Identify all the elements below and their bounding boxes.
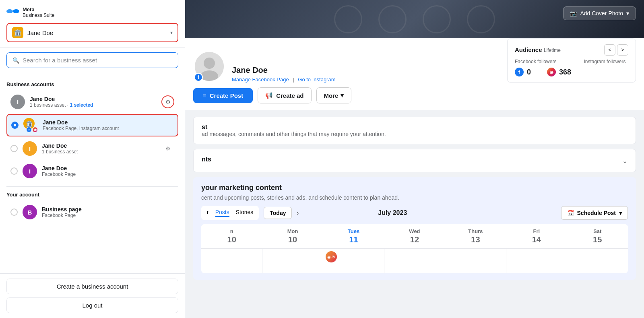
profile-name: Jane Doe: [232, 66, 501, 75]
cal-header-mon: Mon 10: [262, 224, 323, 248]
account-info: Jane Doe Facebook Page, Instagram accoun…: [43, 119, 173, 131]
add-cover-photo-label: Add Cover Photo: [580, 10, 623, 17]
megaphone-icon: 📢: [265, 92, 273, 99]
create-business-account-button[interactable]: Create a business account: [6, 279, 178, 294]
meta-logo-icon: [6, 7, 19, 18]
audience-prev-button[interactable]: <: [604, 44, 615, 56]
inbox-title: st: [202, 124, 207, 130]
account-selector[interactable]: 🏛️ Jane Doe ▾: [6, 23, 178, 42]
social-icons: f ◉: [26, 127, 38, 132]
facebook-badge: f: [194, 73, 203, 82]
manage-facebook-page-link[interactable]: Manage Facebook Page: [232, 76, 289, 83]
cal-header-n: n 10: [201, 224, 262, 248]
cal-cell-sat: [567, 249, 628, 273]
facebook-stat-icon: f: [515, 68, 524, 76]
create-post-button[interactable]: ≡ Create Post: [193, 88, 253, 103]
audience-subtitle: Lifetime: [544, 47, 561, 53]
account-info: Jane Doe Facebook Page: [42, 165, 174, 177]
today-button[interactable]: Today: [264, 207, 292, 219]
ig-followers-label: Instagram followers: [584, 59, 625, 64]
tab-r[interactable]: r: [207, 209, 209, 217]
account-name: Business page: [42, 206, 174, 213]
account-name: Jane Doe: [30, 96, 157, 102]
audience-next-button[interactable]: >: [617, 44, 628, 56]
multi-avatar: 🏛️ f ◉: [23, 118, 38, 132]
radio-empty: [10, 209, 18, 216]
logout-button[interactable]: Log out: [6, 297, 178, 313]
account-sub: 1 business asset: [42, 149, 157, 155]
create-ad-label: Create ad: [276, 92, 303, 99]
action-bar: ≡ Create Post 📢 Create ad More ▾: [193, 87, 636, 103]
tab-posts[interactable]: Posts: [215, 209, 229, 217]
business-accounts-label: Business accounts: [6, 81, 178, 87]
avatar: I: [23, 164, 37, 178]
account-sub: Facebook Page: [42, 213, 174, 218]
date-num: 14: [510, 235, 563, 244]
calendar-month-title: July 2023: [378, 209, 407, 217]
tab-stories[interactable]: Stories: [236, 209, 254, 217]
search-box[interactable]: 🔍 Search for a business asset: [6, 52, 178, 68]
audience-card: Audience Lifetime < > Facebook followers…: [507, 38, 636, 83]
marketing-section: your marketing content cent and upcoming…: [193, 177, 636, 280]
account-info: Business page Facebook Page: [42, 206, 174, 218]
day-label: n: [230, 228, 233, 234]
schedule-post-button[interactable]: 📅 Schedule Post ▾: [561, 206, 628, 220]
link-separator: |: [293, 76, 294, 83]
audience-title-wrap: Audience Lifetime: [515, 46, 561, 54]
expand-icon[interactable]: ⌄: [622, 157, 627, 165]
profile-links: Manage Facebook Page | Go to Instagram: [232, 76, 501, 83]
cal-cell-n: [201, 249, 262, 273]
calendar-tabs: r Posts Stories: [201, 206, 259, 220]
cal-header-thurs: Thurs 13: [445, 224, 506, 248]
search-placeholder: Search for a business asset: [23, 57, 97, 64]
account-selector-name: Jane Doe: [27, 29, 166, 36]
cal-header-sat: Sat 15: [567, 224, 628, 248]
selected-badge: 1 selected: [70, 102, 93, 108]
more-label: More: [324, 92, 339, 99]
divider: [6, 186, 178, 187]
day-label: Tues: [348, 228, 359, 234]
gear-button-plain[interactable]: ⚙: [161, 142, 174, 155]
profile-avatar-wrap: f: [193, 50, 225, 83]
gear-button[interactable]: ⚙: [161, 95, 174, 108]
list-item[interactable]: 🏛️ f ◉ Jane Doe Facebook Page, Instagram…: [6, 114, 178, 136]
inbox-header-row: st: [202, 124, 627, 131]
account-name: Jane Doe: [42, 142, 157, 149]
list-item[interactable]: I Jane Doe 1 business asset · 1 selected…: [6, 91, 178, 112]
list-item[interactable]: I Jane Doe Facebook Page: [6, 161, 178, 182]
add-cover-photo-button[interactable]: 📷 Add Cover Photo ▾: [563, 6, 636, 20]
camera-icon: 📷: [570, 10, 577, 17]
cal-cell-tues: ◉·↻: [323, 249, 384, 273]
date-num: 10: [266, 235, 319, 244]
account-info: Jane Doe 1 business asset · 1 selected: [30, 96, 157, 108]
cal-cell-mon: [262, 249, 324, 273]
list-item[interactable]: I Jane Doe 1 business asset ⚙: [6, 138, 178, 159]
avatar: I: [23, 141, 37, 156]
marketing-desc: cent and upcoming posts, stories and ads…: [201, 194, 628, 201]
cal-cell-thurs: [445, 249, 506, 273]
go-to-instagram-link[interactable]: Go to Instagram: [298, 76, 335, 83]
facebook-icon: f: [26, 127, 32, 132]
schedule-chevron: ▾: [619, 210, 622, 216]
facebook-stat: f 0: [515, 68, 531, 76]
list-item[interactable]: B Business page Facebook Page: [6, 202, 178, 223]
audience-title: Audience: [515, 46, 542, 53]
cal-event-ig[interactable]: ◉·↻: [326, 251, 337, 262]
marketing-title: your marketing content: [201, 184, 628, 192]
account-sub: 1 business asset · 1 selected: [30, 102, 157, 108]
cal-cell-wed: [384, 249, 446, 273]
nts-header-row: nts ⌄: [202, 156, 627, 165]
calendar-next-arrow[interactable]: ›: [297, 210, 299, 216]
meta-logo: Meta Business Suite: [6, 6, 178, 18]
svg-point-1: [13, 9, 19, 13]
day-label: Mon: [287, 228, 298, 234]
instagram-stat-icon: ◉: [547, 68, 556, 76]
calendar-cells-row: ◉·↻: [201, 249, 628, 273]
fb-followers-label: Facebook followers: [515, 59, 556, 64]
create-ad-button[interactable]: 📢 Create ad: [258, 87, 311, 103]
svg-point-0: [6, 9, 13, 13]
more-button[interactable]: More ▾: [316, 87, 352, 103]
page-body: st ad messages, comments and other thing…: [185, 110, 644, 318]
account-name: Jane Doe: [42, 165, 174, 171]
calendar-controls: r Posts Stories Today › July 2023 📅 Sche…: [201, 206, 628, 220]
